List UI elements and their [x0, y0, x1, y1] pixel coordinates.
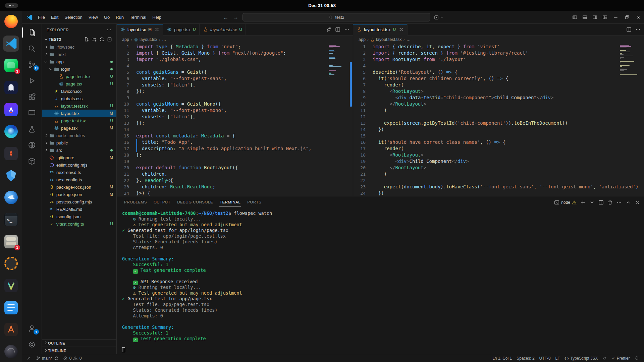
folder-.next[interactable]: .next [42, 51, 116, 58]
folder-src[interactable]: src [42, 146, 116, 154]
command-center-extra[interactable] [434, 15, 444, 20]
more-actions-icon[interactable] [106, 27, 112, 33]
close-button[interactable] [633, 11, 644, 23]
minimap[interactable] [620, 45, 639, 77]
timeline-section[interactable]: TIMELINE [42, 347, 116, 354]
dock-astro-app[interactable] [3, 102, 19, 118]
new-folder-icon[interactable] [92, 37, 97, 42]
file-favicon.ico[interactable]: ★favicon.ico [42, 87, 116, 95]
status-formatter[interactable]: ✓Prettier [609, 354, 632, 362]
breadcrumb-item[interactable]: layout.tsx [134, 37, 157, 42]
dock-notes-app[interactable] [3, 300, 19, 316]
menu-view[interactable]: View [86, 11, 101, 24]
status-indentation[interactable]: Spaces: 2 [514, 354, 537, 362]
refresh-icon[interactable] [99, 37, 104, 42]
activity-search[interactable] [22, 41, 42, 57]
panel-tab-debug-console[interactable]: DEBUG CONSOLE [174, 196, 216, 208]
activity-containers[interactable] [22, 153, 42, 169]
more-icon[interactable] [635, 27, 641, 32]
file-next-env.d.ts[interactable]: TSnext-env.d.ts [42, 169, 116, 176]
breadcrumb-item[interactable]: app [359, 37, 366, 42]
code-editor[interactable]: 1import type { Metadata } from "next";2i… [117, 44, 353, 196]
file-eslint.config.mjs[interactable]: eslint.config.mjs [42, 161, 116, 169]
file-page.test.tsx[interactable]: page.test.tsxU [42, 117, 116, 124]
status-eol[interactable]: LF [553, 354, 562, 362]
folder-public[interactable]: public [42, 139, 116, 146]
dock-settings-app[interactable] [3, 255, 19, 272]
dock-pen-tool-app[interactable] [3, 145, 19, 162]
file-layout.test.tsx[interactable]: layout.test.tsxU [42, 102, 116, 110]
close-tab-icon[interactable] [154, 27, 160, 32]
close-tab-icon[interactable] [398, 27, 404, 32]
dock-firefox[interactable] [3, 13, 19, 29]
file-tsconfig.json[interactable]: {}tsconfig.json [42, 213, 116, 220]
dock-bird-messenger[interactable] [3, 189, 19, 205]
status-notifications[interactable] [632, 354, 642, 362]
folder-node_modules[interactable]: node_modules [42, 132, 116, 139]
file-postcss.config.mjs[interactable]: JSpostcss.config.mjs [42, 198, 116, 205]
breadcrumb-item[interactable]: app [122, 37, 129, 42]
new-terminal-icon[interactable] [580, 200, 586, 205]
panel-tab-terminal[interactable]: TERMINAL [216, 196, 244, 208]
file-globals.css[interactable]: #globals.css [42, 95, 116, 102]
customize-layout-icon[interactable] [600, 11, 610, 23]
activity-testing[interactable] [22, 121, 42, 137]
dock-browser-blue[interactable] [3, 123, 19, 139]
compare-icon[interactable] [326, 27, 331, 32]
menu-help[interactable]: Help [149, 11, 164, 24]
dock-a-logo-app[interactable] [3, 321, 19, 338]
tab-layout.test.tsx[interactable]: layout.test.tsxU [353, 24, 408, 36]
toggle-panel-icon[interactable] [580, 11, 590, 23]
maximize-panel-icon[interactable] [626, 200, 631, 205]
toggle-sidebar-icon[interactable] [570, 11, 580, 23]
command-center-search[interactable]: test2 [243, 13, 430, 21]
folder-login[interactable]: login [42, 65, 116, 73]
project-header[interactable]: TEST2 [42, 36, 116, 43]
dock-file-manager[interactable]: 1 [3, 234, 19, 250]
tab-page.tsx[interactable]: page.tsxU [163, 24, 200, 35]
dock-android-app[interactable]: 3 [3, 57, 19, 73]
activity-ports[interactable] [22, 137, 42, 153]
restore-button[interactable] [621, 11, 633, 23]
dock-ghost-chat[interactable] [3, 79, 19, 96]
terminal-dropdown-icon[interactable] [589, 200, 595, 205]
toggle-secondary-sidebar-icon[interactable] [590, 11, 600, 23]
file-page.tsx[interactable]: page.tsxU [42, 80, 116, 87]
system-tray[interactable] [607, 0, 639, 11]
minimap[interactable] [329, 45, 348, 77]
minimize-button[interactable] [610, 11, 621, 23]
menu-file[interactable]: File [35, 11, 48, 24]
workspace-indicator[interactable] [5, 3, 18, 8]
dock-fox-graphics-app[interactable] [3, 168, 19, 184]
menu-run[interactable]: Run [113, 11, 127, 24]
activity-source-control[interactable]: 11 [22, 57, 42, 73]
navigate-back-icon[interactable]: ← [222, 14, 229, 20]
activity-settings[interactable] [22, 337, 42, 353]
panel-tab-problems[interactable]: PROBLEMS [121, 196, 150, 208]
breadcrumb-item[interactable]: … [162, 37, 166, 42]
panel-more-icon[interactable] [616, 200, 622, 205]
activity-remote-explorer[interactable] [22, 105, 42, 121]
file-README.md[interactable]: M↓README.md [42, 205, 116, 213]
file-page.test.tsx[interactable]: page.test.tsxU [42, 73, 116, 80]
status-branch[interactable]: main* [34, 354, 61, 362]
kill-terminal-icon[interactable] [607, 200, 613, 205]
activity-explorer[interactable] [22, 24, 42, 41]
menu-selection[interactable]: Selection [61, 11, 85, 24]
folder-.flowspec[interactable]: .flowspec [42, 43, 116, 51]
dock-vscode[interactable] [3, 36, 19, 52]
status-problems[interactable]: 0 0 [61, 354, 84, 362]
panel-tab-ports[interactable]: PORTS [244, 196, 265, 208]
terminal-picker[interactable]: node [554, 200, 577, 205]
navigate-forward-icon[interactable]: → [232, 14, 239, 20]
system-clock[interactable]: Dec 31 00:58 [308, 3, 336, 8]
dock-terminal-app[interactable]: >_ [3, 212, 19, 228]
panel-tab-output[interactable]: OUTPUT [150, 196, 174, 208]
file-vitest.config.ts[interactable]: ✓vitest.config.tsU [42, 220, 116, 228]
menu-go[interactable]: Go [101, 11, 113, 24]
menu-terminal[interactable]: Terminal [127, 11, 149, 24]
file-package.json[interactable]: {}package.jsonM [42, 191, 116, 198]
status-feedback[interactable] [600, 354, 609, 362]
file-next.config.ts[interactable]: TSnext.config.ts [42, 176, 116, 183]
dock-v-logo-app[interactable] [3, 278, 19, 294]
